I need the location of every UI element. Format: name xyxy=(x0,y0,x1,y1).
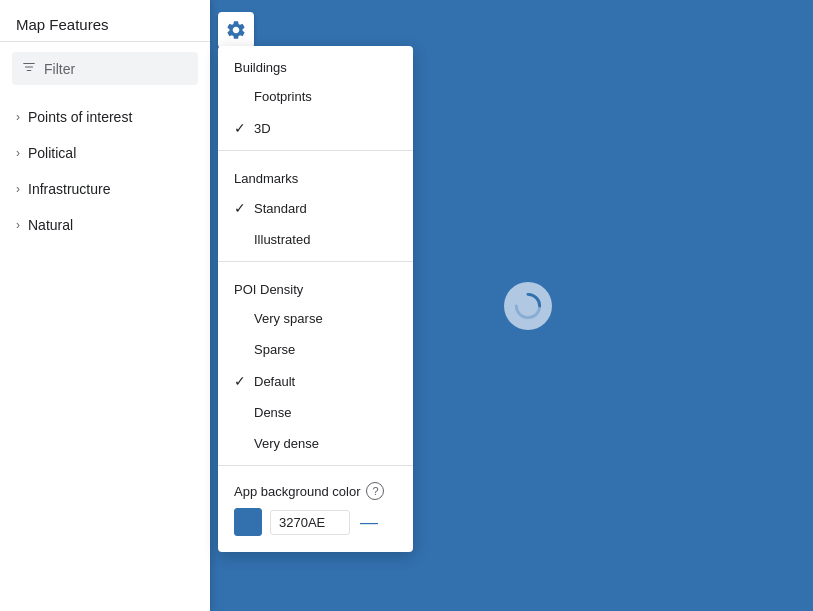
default-label: Default xyxy=(254,374,295,389)
color-swatch[interactable] xyxy=(234,508,262,536)
section-divider xyxy=(218,150,413,151)
chevron-right-icon: › xyxy=(16,146,20,160)
sidebar-item-label: Points of interest xyxy=(28,109,132,125)
bg-color-section: App background color ? — xyxy=(218,472,413,540)
very-dense-option[interactable]: Very dense xyxy=(218,428,413,459)
sidebar-item-label: Natural xyxy=(28,217,73,233)
sparse-option[interactable]: Sparse xyxy=(218,334,413,365)
color-clear-button[interactable]: — xyxy=(360,513,378,531)
sidebar-item-poi[interactable]: › Points of interest xyxy=(0,99,210,135)
very-sparse-option[interactable]: Very sparse xyxy=(218,303,413,334)
loading-spinner xyxy=(504,282,552,330)
chevron-right-icon: › xyxy=(16,182,20,196)
chevron-right-icon: › xyxy=(16,218,20,232)
3d-option[interactable]: ✓ 3D xyxy=(218,112,413,144)
illustrated-option[interactable]: Illustrated xyxy=(218,224,413,255)
sidebar-item-infrastructure[interactable]: › Infrastructure xyxy=(0,171,210,207)
sparse-label: Sparse xyxy=(254,342,295,357)
filter-label: Filter xyxy=(44,61,75,77)
3d-label: 3D xyxy=(254,121,271,136)
check-icon: ✓ xyxy=(234,120,246,136)
standard-option[interactable]: ✓ Standard xyxy=(218,192,413,224)
default-option[interactable]: ✓ Default xyxy=(218,365,413,397)
sidebar: Map Features Filter › Points of interest… xyxy=(0,0,210,611)
check-icon: ✓ xyxy=(234,200,246,216)
filter-icon xyxy=(22,60,36,77)
very-sparse-label: Very sparse xyxy=(254,311,323,326)
check-icon: ✓ xyxy=(234,373,246,389)
footprints-option[interactable]: Footprints xyxy=(218,81,413,112)
poi-density-section-label: POI Density xyxy=(218,268,413,303)
color-value-input[interactable] xyxy=(270,510,350,535)
footprints-label: Footprints xyxy=(254,89,312,104)
filter-bar[interactable]: Filter xyxy=(12,52,198,85)
landmarks-section-label: Landmarks xyxy=(218,157,413,192)
bg-color-label: App background color xyxy=(234,484,360,499)
gear-button[interactable] xyxy=(218,12,254,48)
dense-option[interactable]: Dense xyxy=(218,397,413,428)
illustrated-label: Illustrated xyxy=(254,232,310,247)
settings-dropdown: Buildings Footprints ✓ 3D Landmarks ✓ St… xyxy=(218,46,413,552)
sidebar-item-label: Infrastructure xyxy=(28,181,110,197)
help-icon[interactable]: ? xyxy=(366,482,384,500)
chevron-right-icon: › xyxy=(16,110,20,124)
sidebar-item-label: Political xyxy=(28,145,76,161)
buildings-section-label: Buildings xyxy=(218,46,413,81)
dense-label: Dense xyxy=(254,405,292,420)
standard-label: Standard xyxy=(254,201,307,216)
gear-icon xyxy=(225,19,247,41)
section-divider xyxy=(218,465,413,466)
sidebar-item-political[interactable]: › Political xyxy=(0,135,210,171)
section-divider xyxy=(218,261,413,262)
sidebar-item-natural[interactable]: › Natural xyxy=(0,207,210,243)
very-dense-label: Very dense xyxy=(254,436,319,451)
nav-list: › Points of interest › Political › Infra… xyxy=(0,95,210,247)
sidebar-title: Map Features xyxy=(0,0,210,42)
